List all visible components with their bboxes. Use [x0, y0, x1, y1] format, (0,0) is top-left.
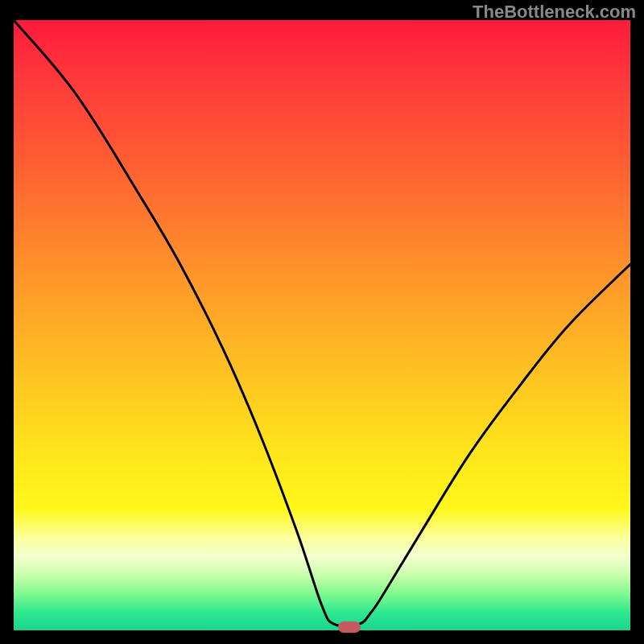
bottleneck-chart	[14, 20, 630, 630]
bottleneck-curve	[14, 20, 630, 630]
attribution-text: TheBottleneck.com	[473, 2, 636, 23]
optimal-marker	[338, 621, 361, 633]
